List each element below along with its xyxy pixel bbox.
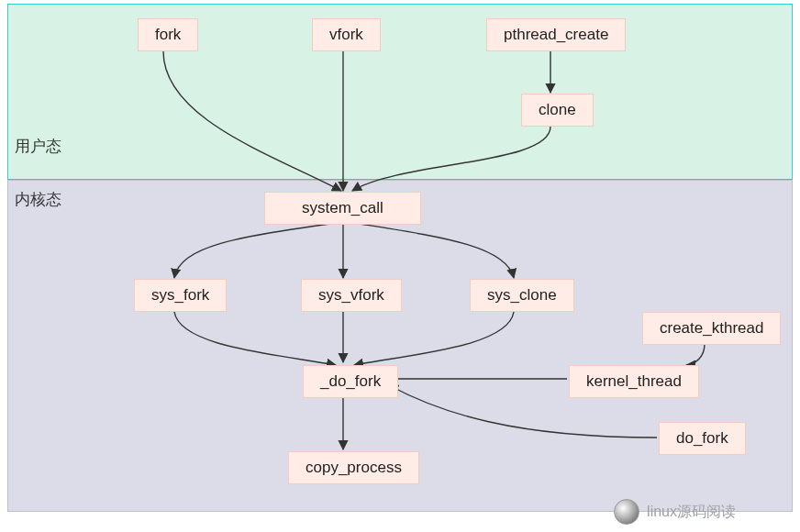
zone-user (7, 4, 793, 180)
node-copy-process: copy_process (288, 451, 419, 484)
node-sys-fork: sys_fork (134, 279, 227, 312)
node-fork: fork (138, 18, 198, 51)
node-sys-vfork: sys_vfork (301, 279, 402, 312)
node-do-fork: do_fork (659, 422, 746, 455)
node-system-call: system_call (264, 192, 421, 225)
zone-user-label: 用户态 (15, 136, 61, 157)
footer-label: linux源码阅读 (647, 503, 736, 522)
footer-badge: linux源码阅读 (614, 499, 736, 525)
node-sys-clone: sys_clone (470, 279, 574, 312)
node-create-kthread: create_kthread (642, 312, 781, 345)
diagram-canvas: 用户态 内核态 (0, 0, 800, 532)
node-do-fork-internal: _do_fork (303, 365, 398, 398)
node-pthread-create: pthread_create (486, 18, 626, 51)
node-kernel-thread: kernel_thread (569, 365, 699, 398)
node-vfork: vfork (312, 18, 381, 51)
avatar-icon (614, 499, 639, 525)
node-clone: clone (521, 94, 594, 127)
zone-kernel-label: 内核态 (15, 189, 61, 210)
